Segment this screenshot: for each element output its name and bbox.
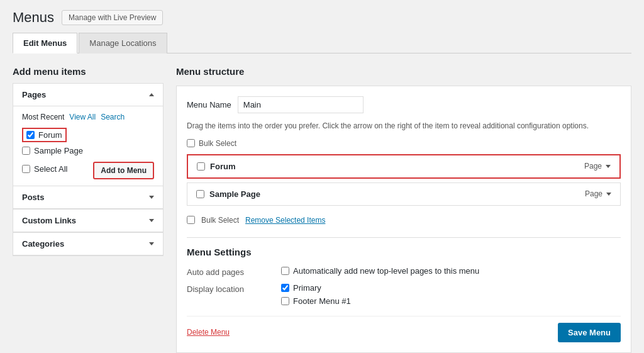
auto-add-checkbox[interactable]: [281, 267, 289, 275]
main-content: Add menu items Pages Most Recent View Al…: [13, 66, 631, 353]
custom-links-accordion: Custom Links: [13, 210, 164, 233]
forum-item-left: Forum: [197, 162, 235, 171]
add-menu-items-title: Add menu items: [13, 66, 164, 77]
page-title: Menus: [13, 9, 54, 26]
primary-location-option: Primary: [281, 283, 351, 293]
chevron-down-icon-posts: [149, 196, 154, 199]
tabs-bar: Edit Menus Manage Locations: [13, 32, 631, 53]
subtab-search[interactable]: Search: [101, 113, 125, 121]
posts-accordion-header[interactable]: Posts: [13, 186, 163, 209]
chevron-down-icon-categories: [149, 242, 154, 245]
custom-links-label: Custom Links: [22, 216, 76, 225]
sample-page-item-right: Page: [585, 189, 611, 198]
pages-bottom-row: Select All Add to Menu: [22, 162, 154, 179]
display-location-row: Display location Primary Footer Menu #1: [187, 283, 621, 306]
custom-links-accordion-header[interactable]: Custom Links: [13, 210, 163, 232]
categories-label: Categories: [22, 239, 64, 249]
sample-page-checkbox[interactable]: [22, 147, 30, 155]
drag-hint: Drag the items into the order you prefer…: [187, 121, 621, 132]
primary-location-label: Primary: [293, 283, 321, 293]
forum-label: Forum: [38, 130, 62, 140]
sample-page-item-checkbox[interactable]: [196, 190, 204, 198]
footer-location-checkbox[interactable]: [281, 297, 289, 305]
forum-item-chevron-icon[interactable]: [606, 165, 611, 168]
chevron-down-icon-links: [149, 219, 154, 222]
forum-checkbox-wrapper: Forum: [22, 128, 67, 142]
pages-accordion-content: Most Recent View All Search Forum Sample…: [13, 106, 163, 186]
pages-sub-tabs: Most Recent View All Search: [22, 113, 154, 121]
menu-structure-box: Menu Name Drag the items into the order …: [176, 86, 631, 353]
auto-add-option-label: Automatically add new top-level pages to…: [293, 266, 479, 276]
footer-location-label: Footer Menu #1: [293, 296, 351, 306]
bottom-bulk-select-checkbox[interactable]: [187, 216, 195, 224]
left-panel: Add menu items Pages Most Recent View Al…: [13, 66, 164, 256]
sample-page-menu-item: Sample Page Page: [187, 182, 621, 206]
remove-selected-link[interactable]: Remove Selected Items: [245, 216, 325, 225]
auto-add-option: Automatically add new top-level pages to…: [281, 266, 479, 276]
menu-name-row: Menu Name: [187, 96, 621, 113]
display-location-label: Display location: [187, 283, 269, 294]
select-all-checkbox[interactable]: [22, 165, 30, 173]
top-bulk-select-checkbox[interactable]: [187, 139, 195, 147]
page-header: Menus Manage with Live Preview: [13, 9, 631, 26]
forum-checkbox[interactable]: [26, 131, 35, 139]
add-to-menu-button[interactable]: Add to Menu: [93, 162, 154, 179]
forum-menu-item: Forum Page: [187, 154, 621, 179]
pages-accordion-header[interactable]: Pages: [13, 84, 163, 106]
primary-location-checkbox[interactable]: [281, 284, 289, 292]
tab-manage-locations[interactable]: Manage Locations: [79, 33, 167, 53]
pages-label: Pages: [22, 90, 46, 99]
subtab-most-recent[interactable]: Most Recent: [22, 113, 64, 121]
forum-item-type: Page: [584, 162, 602, 171]
right-panel: Menu structure Menu Name Drag the items …: [176, 66, 631, 353]
sample-page-item-label: Sample Page: [209, 189, 260, 199]
posts-accordion: Posts: [13, 186, 164, 210]
auto-add-label: Auto add pages: [187, 266, 269, 277]
select-all-item: Select All: [22, 164, 67, 174]
forum-item-right: Page: [584, 162, 611, 171]
menu-settings-section: Menu Settings Auto add pages Automatical…: [187, 237, 621, 306]
sample-page-label: Sample Page: [34, 146, 83, 155]
bottom-bulk-select-label: Bulk Select: [201, 216, 239, 225]
subtab-view-all[interactable]: View All: [69, 113, 96, 121]
menu-name-input[interactable]: [238, 96, 364, 113]
select-all-label: Select All: [34, 164, 67, 174]
posts-label: Posts: [22, 193, 44, 202]
footer-location-option: Footer Menu #1: [281, 296, 351, 306]
bottom-bulk-row: Bulk Select Remove Selected Items: [187, 211, 621, 225]
top-bulk-select-row: Bulk Select: [187, 139, 621, 148]
sample-page-item-left: Sample Page: [196, 189, 260, 199]
menu-structure-title: Menu structure: [176, 66, 631, 77]
sample-page-item-type: Page: [585, 189, 602, 198]
chevron-up-icon: [149, 93, 154, 96]
menu-settings-title: Menu Settings: [187, 237, 621, 257]
top-bulk-select-label: Bulk Select: [199, 139, 236, 148]
save-menu-button[interactable]: Save Menu: [558, 323, 621, 342]
categories-accordion: Categories: [13, 233, 164, 256]
display-location-options: Primary Footer Menu #1: [281, 283, 351, 306]
sample-page-item-chevron-icon[interactable]: [606, 193, 611, 196]
live-preview-button[interactable]: Manage with Live Preview: [62, 10, 163, 25]
tab-edit-menus[interactable]: Edit Menus: [13, 33, 77, 53]
delete-save-row: Delete Menu Save Menu: [187, 316, 621, 342]
forum-item-checkbox[interactable]: [197, 162, 205, 171]
auto-add-row: Auto add pages Automatically add new top…: [187, 266, 621, 277]
auto-add-options: Automatically add new top-level pages to…: [281, 266, 479, 276]
forum-item-label: Forum: [210, 162, 235, 171]
delete-menu-link[interactable]: Delete Menu: [187, 328, 230, 337]
categories-accordion-header[interactable]: Categories: [13, 233, 163, 255]
pages-accordion: Pages Most Recent View All Search Forum: [13, 83, 164, 186]
menu-name-label: Menu Name: [187, 100, 231, 109]
sample-page-checkbox-item: Sample Page: [22, 146, 154, 155]
